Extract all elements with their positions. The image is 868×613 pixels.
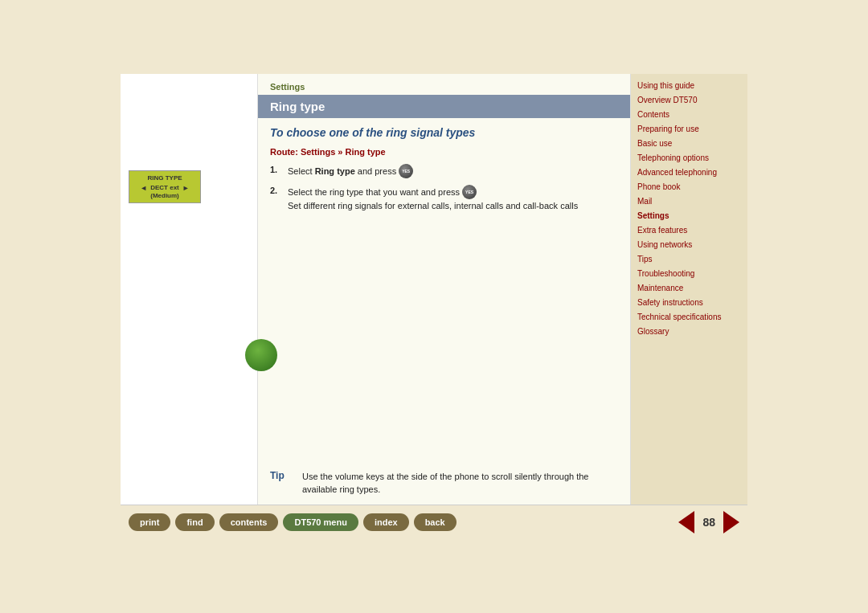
sidebar-item-using-networks[interactable]: Using networks bbox=[637, 239, 741, 250]
ring-type-box: RING TYPE ◄ DECT ext ► (Medium) bbox=[129, 170, 201, 203]
find-button[interactable]: find bbox=[175, 513, 214, 531]
center-content: Settings Ring type To choose one of the … bbox=[257, 74, 631, 505]
step-2: 2. Select the ring type that you want an… bbox=[270, 186, 618, 212]
ring-type-option: DECT ext bbox=[150, 184, 179, 191]
tip-text: Use the volume keys at the side of the p… bbox=[302, 470, 618, 497]
route-text: Route: Settings » Ring type bbox=[270, 147, 386, 157]
step-2-text: Select the ring type that you want and p… bbox=[288, 186, 578, 212]
instructions: 1. Select Ring type and press 2. Select … bbox=[258, 165, 630, 458]
toolbar-buttons: print find contents DT570 menu index bac… bbox=[129, 513, 457, 531]
sidebar-item-overview[interactable]: Overview DT570 bbox=[637, 95, 741, 105]
print-button[interactable]: print bbox=[129, 513, 170, 531]
sidebar-item-glossary[interactable]: Glossary bbox=[637, 326, 741, 337]
rt-arrow-left: ◄ bbox=[140, 184, 147, 192]
sidebar-item-tips[interactable]: Tips bbox=[637, 254, 741, 264]
sidebar-item-troubleshooting[interactable]: Troubleshooting bbox=[637, 268, 741, 279]
tip-section: Tip Use the volume keys at the side of t… bbox=[258, 462, 630, 505]
ring-type-row: ◄ DECT ext ► bbox=[134, 184, 195, 192]
index-button[interactable]: index bbox=[363, 513, 409, 531]
sidebar-item-technical[interactable]: Technical specifications bbox=[637, 312, 741, 322]
sidebar-item-mail[interactable]: Mail bbox=[637, 196, 741, 206]
route-line: Route: Settings » Ring type bbox=[258, 147, 630, 165]
green-circle-decoration bbox=[245, 339, 277, 371]
dt570-menu-button[interactable]: DT570 menu bbox=[283, 513, 358, 531]
section-title-bar: Ring type bbox=[258, 95, 630, 118]
sidebar-item-maintenance[interactable]: Maintenance bbox=[637, 283, 741, 293]
right-sidebar: Using this guide Overview DT570 Contents… bbox=[631, 74, 747, 505]
step-1: 1. Select Ring type and press bbox=[270, 165, 618, 179]
sidebar-item-basic-use[interactable]: Basic use bbox=[637, 138, 741, 149]
sidebar-item-using-this-guide[interactable]: Using this guide bbox=[637, 80, 741, 91]
sidebar-item-extra-features[interactable]: Extra features bbox=[637, 225, 741, 235]
back-button[interactable]: back bbox=[414, 513, 457, 531]
prev-page-arrow[interactable] bbox=[678, 511, 694, 533]
ring-type-sub: (Medium) bbox=[134, 192, 195, 199]
page-wrapper: RING TYPE ◄ DECT ext ► (Medium) Settings… bbox=[121, 74, 747, 540]
sidebar-item-settings[interactable]: Settings bbox=[637, 210, 741, 221]
yes-icon-1 bbox=[399, 164, 413, 178]
ring-type-title: RING TYPE bbox=[134, 174, 195, 182]
sidebar-item-safety[interactable]: Safety instructions bbox=[637, 297, 741, 308]
yes-icon-2 bbox=[462, 185, 477, 199]
sidebar-item-advanced[interactable]: Advanced telephoning bbox=[637, 167, 741, 178]
step-1-text: Select Ring type and press bbox=[288, 165, 413, 179]
page-nav: 88 bbox=[678, 511, 739, 533]
italic-heading: To choose one of the ring signal types bbox=[258, 126, 630, 147]
sidebar-item-phone-book[interactable]: Phone book bbox=[637, 182, 741, 192]
settings-label: Settings bbox=[258, 74, 630, 95]
sidebar-item-telephoning[interactable]: Telephoning options bbox=[637, 153, 741, 163]
sidebar-item-contents[interactable]: Contents bbox=[637, 109, 741, 120]
main-area: RING TYPE ◄ DECT ext ► (Medium) Settings… bbox=[121, 74, 747, 505]
contents-button[interactable]: contents bbox=[219, 513, 279, 531]
bottom-toolbar: print find contents DT570 menu index bac… bbox=[121, 505, 747, 540]
page-number: 88 bbox=[702, 516, 715, 529]
sidebar-item-preparing[interactable]: Preparing for use bbox=[637, 124, 741, 134]
step-1-num: 1. bbox=[270, 165, 281, 179]
next-page-arrow[interactable] bbox=[723, 511, 739, 533]
tip-label: Tip bbox=[270, 470, 294, 497]
step-2-num: 2. bbox=[270, 186, 281, 212]
left-panel: RING TYPE ◄ DECT ext ► (Medium) bbox=[121, 74, 257, 505]
rt-arrow-right: ► bbox=[182, 184, 190, 192]
